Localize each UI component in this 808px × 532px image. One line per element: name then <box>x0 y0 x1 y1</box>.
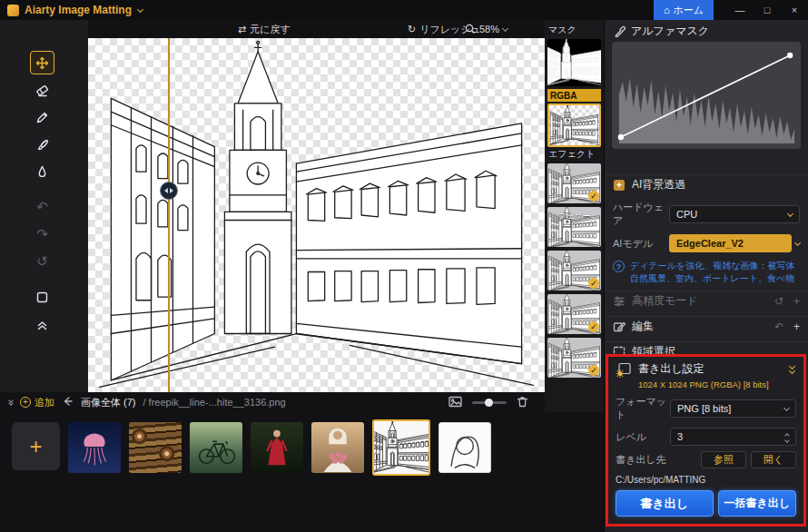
feather-effect-label: フェザー <box>547 211 601 222</box>
thumbnail-bicycle[interactable] <box>190 422 242 473</box>
thumbnail-jellyfish[interactable] <box>68 422 121 473</box>
effect-check-icon: ✓ <box>588 278 599 289</box>
edit-add-icon[interactable]: + <box>793 320 800 333</box>
model-hint-text: ディテールを強化、複雑な画像：被写体 自然風景、室内、ポートレート、食べ物 <box>630 260 794 285</box>
histogram-plot <box>612 42 801 149</box>
magnifier-icon <box>465 24 476 34</box>
format-row: フォーマット PNG [8 bits] <box>616 395 796 422</box>
bicycle-image <box>190 422 242 473</box>
collapse-up-icon <box>35 318 49 331</box>
trash-icon[interactable] <box>517 396 528 409</box>
collapse-strip-icon[interactable] <box>9 400 13 405</box>
add-image-button[interactable]: + 追加 <box>20 396 54 409</box>
image-filmstrip: + <box>0 412 604 532</box>
edit-section-header[interactable]: 編集 ↶ + <box>605 316 808 336</box>
browse-button[interactable]: 参照 <box>701 451 746 468</box>
precision-add-icon[interactable]: + <box>793 295 800 308</box>
alpha-mask-title: アルファマスク <box>631 24 709 39</box>
mask-section-label: マスク <box>547 23 601 39</box>
batch-export-button[interactable]: 一括書き出し <box>718 490 796 517</box>
export-settings-panel: 書き出し設定 1024 X 1024 PNG (RGBA) [8 bits] フ… <box>606 354 806 527</box>
thumbnail-logs[interactable] <box>129 422 182 473</box>
effect-thumbnail-feather[interactable]: フェザー <box>547 207 601 247</box>
gallery-counter[interactable]: 画像全体 (7) <box>81 396 136 409</box>
open-button[interactable]: 開く <box>751 451 796 468</box>
app-title: Aiarty Image Matting <box>25 4 132 16</box>
precision-reset-icon[interactable]: ↺ <box>774 295 783 308</box>
canvas-area: ⇄ 元に戻す ↻ リフレッシュ 58% <box>88 20 545 392</box>
plus-circle-icon: + <box>20 397 31 408</box>
effect-check-icon: ✓ <box>588 365 599 376</box>
effects-section-label: エフェクト <box>547 147 601 163</box>
export-header[interactable]: 書き出し設定 1024 X 1024 PNG (RGBA) [8 bits] <box>616 361 796 389</box>
marquee-tool-button[interactable] <box>30 285 54 309</box>
chevron-down-icon <box>787 210 793 216</box>
undo-icon: ↶ <box>36 199 48 215</box>
format-label: フォーマット <box>616 395 670 422</box>
export-meta: 1024 X 1024 PNG (RGBA) [8 bits] <box>638 379 783 389</box>
slider-knob[interactable] <box>485 399 493 407</box>
zoom-control[interactable]: 58% <box>465 20 507 38</box>
zoom-value: 58% <box>479 24 499 34</box>
effect-thumbnail-5[interactable]: ✓ <box>547 338 601 378</box>
rgba-thumbnail[interactable] <box>547 103 601 147</box>
redo-tool-button[interactable]: ↷ <box>30 222 54 246</box>
smudge-tool-button[interactable] <box>30 160 54 183</box>
precision-section-header[interactable]: 高精度モード ↺ + <box>605 291 808 310</box>
maximize-button[interactable]: □ <box>754 0 781 20</box>
brush-icon <box>35 138 49 152</box>
help-icon[interactable]: ? <box>613 261 625 272</box>
hardware-label: ハードウェア <box>613 201 669 228</box>
level-value: 3 <box>677 431 683 442</box>
edit-undo-icon[interactable]: ↶ <box>774 320 783 333</box>
thumbnail-lineart-woman[interactable] <box>438 422 491 473</box>
alpha-histogram[interactable] <box>612 42 801 149</box>
export-collapse-icon[interactable] <box>790 366 794 373</box>
close-button[interactable]: × <box>781 0 808 20</box>
hardware-select[interactable]: CPU <box>669 205 800 223</box>
brush-tool-button[interactable] <box>30 133 54 156</box>
zoom-chevron-icon <box>502 25 508 31</box>
right-panel: アルファマスク AI背景透過 ハードウェア CPU AIモデル EdgeCl <box>604 20 808 532</box>
image-canvas[interactable] <box>88 38 545 392</box>
format-select[interactable]: PNG [8 bits] <box>670 399 796 418</box>
model-select[interactable]: EdgeClear_V2 <box>669 234 792 252</box>
thumbnail-building-selected[interactable] <box>372 419 430 476</box>
export-button[interactable]: 書き出し <box>616 490 714 517</box>
effect-thumbnail-1[interactable]: ✓ <box>547 163 601 203</box>
effect-thumbnail-4[interactable]: ✓ <box>547 294 601 334</box>
effect-thumbnail-3[interactable]: ✓ <box>547 251 601 291</box>
collapse-toolbar-button[interactable] <box>30 312 54 336</box>
pen-tool-button[interactable] <box>30 105 54 129</box>
eraser-tool-button[interactable] <box>30 78 54 102</box>
move-tool-button[interactable] <box>30 51 54 74</box>
refresh-icon: ↻ <box>408 24 416 35</box>
marquee-icon <box>35 291 49 304</box>
ai-matting-section-header[interactable]: AI背景透過 <box>605 174 808 194</box>
rgba-tab[interactable]: RGBA <box>547 89 601 102</box>
thumbnail-size-slider[interactable] <box>472 401 507 404</box>
destination-path: C:/Users/pc/MATTING <box>616 475 796 485</box>
home-button[interactable]: ⌂ ホーム <box>654 0 714 20</box>
revert-button[interactable]: ⇄ 元に戻す <box>238 20 291 38</box>
level-stepper[interactable]: 3 <box>670 428 796 446</box>
slider-left-arrow-icon <box>164 188 168 193</box>
model-chevron-icon[interactable] <box>794 239 801 245</box>
swap-icon: ⇄ <box>238 24 246 35</box>
tool-palette: ↶ ↷ ↺ <box>30 51 55 336</box>
hardware-row: ハードウェア CPU <box>605 201 808 228</box>
minimize-button[interactable]: — <box>726 0 754 20</box>
add-image-tile[interactable]: + <box>12 422 60 470</box>
effect-check-icon: ✓ <box>588 321 599 332</box>
stepper-down-icon[interactable] <box>784 438 790 443</box>
destination-row: 書き出し先 参照 開く <box>616 451 796 468</box>
compare-slider-handle[interactable] <box>160 182 178 200</box>
app-menu-chevron-icon[interactable] <box>137 5 143 12</box>
mask-thumbnail[interactable] <box>547 39 601 86</box>
thumbnail-bride[interactable] <box>311 422 364 473</box>
titlebar: Aiarty Image Matting ⌂ ホーム — □ × <box>0 0 808 20</box>
prev-image-icon[interactable] <box>62 396 74 409</box>
thumbnail-red-dress[interactable] <box>251 422 303 473</box>
reset-tool-button[interactable]: ↺ <box>30 250 54 273</box>
undo-tool-button[interactable]: ↶ <box>30 195 54 219</box>
